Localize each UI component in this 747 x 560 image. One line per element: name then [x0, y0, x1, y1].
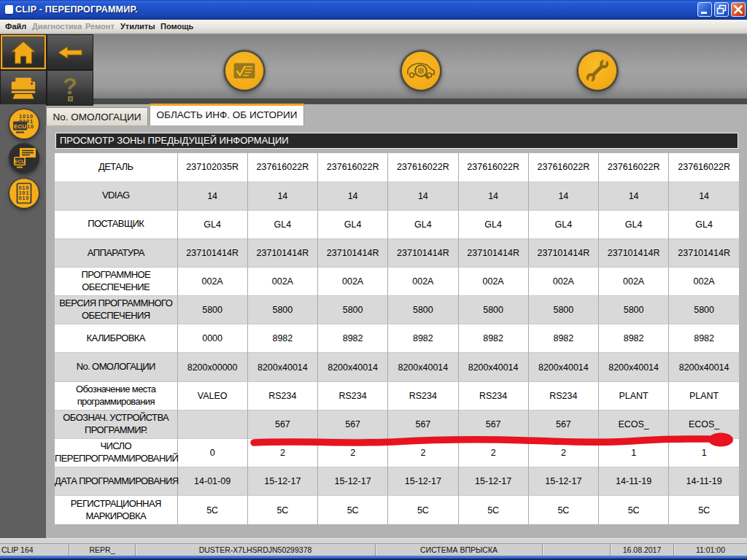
svg-text:010: 010	[19, 185, 29, 190]
svg-text:ECU: ECU	[14, 123, 26, 130]
svg-text:010: 010	[19, 195, 29, 201]
svg-text:10: 10	[27, 123, 34, 130]
svg-text:?: ?	[63, 74, 77, 99]
svg-text:ECU: ECU	[15, 159, 26, 164]
svg-text:101: 101	[19, 190, 29, 195]
